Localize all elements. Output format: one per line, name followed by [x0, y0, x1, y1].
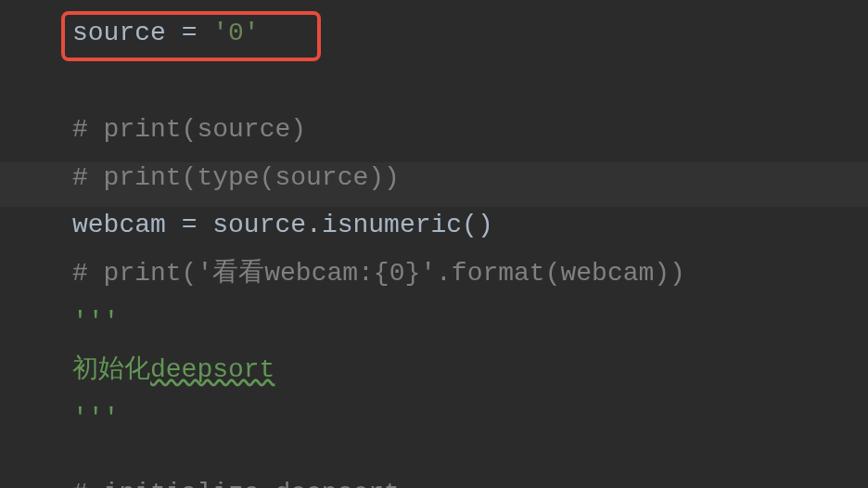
code-line-2[interactable]: # print(source)	[72, 106, 868, 154]
method-call: isnumeric()	[322, 211, 493, 239]
variable-source: source	[212, 211, 306, 239]
code-line-7[interactable]: 初始化deepsort	[72, 346, 868, 394]
comment-text: # initialize	[72, 479, 274, 488]
variable-webcam: webcam	[72, 211, 182, 239]
docstring-text-underlined: deepsort	[150, 355, 274, 384]
comment-text-underlined: deepsort	[274, 479, 399, 488]
comment-text: # print(source)	[72, 115, 306, 144]
string-literal: '0'	[212, 19, 259, 47]
docstring-marker: '''	[72, 307, 119, 336]
dot-operator: .	[306, 211, 322, 239]
docstring-text: 初始化	[72, 355, 150, 384]
code-line-9[interactable]: # initialize deepsort	[72, 469, 868, 488]
docstring-marker: '''	[72, 404, 119, 432]
operator-equals: =	[182, 19, 213, 47]
blank-line	[72, 442, 868, 469]
code-line-5[interactable]: # print('看看webcam:{0}'.format(webcam))	[72, 250, 868, 298]
code-line-4[interactable]: webcam = source.isnumeric()	[72, 201, 868, 250]
blank-line	[72, 58, 868, 106]
comment-text: # print(type(source))	[72, 163, 400, 192]
code-line-3[interactable]: # print(type(source))	[72, 154, 868, 202]
operator-equals: =	[182, 211, 213, 239]
code-line-1[interactable]: source = '0'	[72, 9, 868, 58]
comment-text: # print('看看webcam:{0}'.format(webcam))	[72, 259, 685, 288]
code-line-6[interactable]: '''	[72, 298, 868, 346]
code-line-8[interactable]: '''	[72, 394, 868, 443]
variable-source: source	[72, 19, 182, 47]
